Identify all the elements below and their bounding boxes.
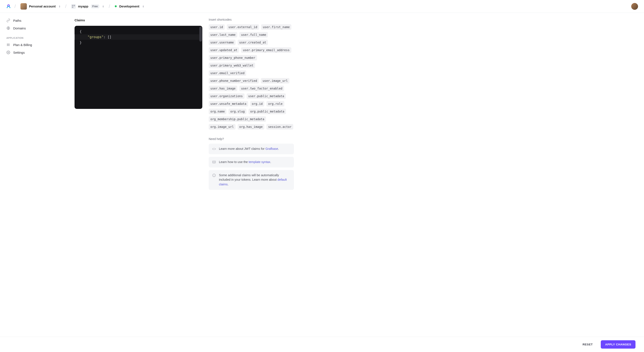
app-icon — [71, 4, 76, 9]
sidebar-item-settings[interactable]: Settings — [4, 49, 62, 56]
status-dot-icon — [115, 5, 117, 7]
top-bar: / Personal account ▲▼ / myapp Free ▲▼ / … — [0, 0, 644, 13]
shortcode-chip[interactable]: org.slug — [228, 109, 246, 114]
chevron-updown-icon: ▲▼ — [102, 5, 104, 8]
help-text: Learn more about JWT claims for Grafbase… — [219, 147, 279, 151]
shortcode-chip[interactable]: org.id — [250, 101, 264, 107]
shortcode-chip[interactable]: user.phone_number_verified — [209, 78, 259, 84]
claims-editor[interactable]: { "groups": [] } — [74, 26, 202, 109]
info-icon — [212, 173, 216, 177]
breadcrumb-separator: / — [108, 4, 110, 9]
shortcodes-title: Insert shortcodes — [209, 18, 294, 21]
help-text: Learn how to use the template syntax. — [219, 160, 271, 165]
shortcode-chip[interactable]: user.updated_at — [209, 47, 239, 53]
logo-icon[interactable] — [6, 4, 11, 9]
billing-icon — [6, 43, 10, 47]
code-line: } — [74, 40, 202, 45]
shortcode-chip[interactable]: org.image_url — [209, 124, 236, 130]
main-content: Claims { "groups": [] } Insert shortcode… — [66, 13, 644, 218]
sidebar-item-label: Settings — [13, 51, 25, 54]
shortcode-chip[interactable]: user.public_metadata — [246, 93, 286, 99]
shortcode-list: user.iduser.external_iduser.first_nameus… — [209, 24, 294, 130]
app-switcher[interactable]: myapp Free ▲▼ — [70, 3, 106, 10]
shortcode-chip[interactable]: user.organizations — [209, 93, 244, 99]
sidebar: Paths Domains APPLICATION Plan & Billing… — [0, 13, 66, 218]
shortcode-chip[interactable]: user.created_at — [238, 40, 268, 45]
shortcode-chip[interactable]: user.email_verified — [209, 70, 246, 76]
sidebar-section-application: APPLICATION — [4, 32, 62, 41]
shortcode-chip[interactable]: user.full_name — [239, 32, 268, 38]
account-name: Personal account — [29, 5, 56, 8]
help-card-default-claims: Some additional claims will be automatic… — [209, 170, 294, 190]
svg-rect-6 — [8, 44, 8, 46]
shortcode-chip[interactable]: user.primary_email_address — [241, 47, 291, 53]
sidebar-item-label: Paths — [13, 19, 21, 22]
shortcode-chip[interactable]: user.primary_web3_wallet — [209, 63, 255, 68]
chevron-updown-icon: ▲▼ — [142, 5, 144, 8]
shortcode-chip[interactable]: user.image_url — [261, 78, 290, 84]
shortcode-chip[interactable]: user.has_image — [209, 86, 237, 91]
plan-badge: Free — [91, 5, 99, 8]
shortcode-chip[interactable]: user.first_name — [261, 24, 291, 30]
gear-icon — [6, 51, 10, 54]
shortcode-chip[interactable]: user.last_name — [209, 32, 237, 38]
breadcrumb-separator: / — [14, 4, 16, 9]
claims-title: Claims — [74, 18, 202, 22]
globe-icon — [6, 26, 10, 30]
account-avatar-icon — [20, 3, 27, 10]
chevron-updown-icon: ▲▼ — [58, 5, 60, 8]
app-name: myapp — [78, 5, 88, 8]
code-line: "groups": [] — [74, 34, 202, 40]
help-link-template-syntax[interactable]: template syntax — [248, 160, 270, 164]
svg-rect-3 — [72, 7, 73, 8]
sidebar-item-label: Plan & Billing — [13, 43, 32, 47]
shortcode-chip[interactable]: org.has_image — [238, 124, 264, 130]
shortcode-chip[interactable]: org_membership.public_metadata — [209, 116, 266, 122]
shortcode-chip[interactable]: org.name — [209, 109, 226, 114]
shortcode-chip[interactable]: org.public_metadata — [248, 109, 286, 114]
book-icon — [212, 160, 216, 164]
code-line: { — [74, 29, 202, 34]
environment-name: Development — [119, 5, 139, 8]
shortcode-chip[interactable]: user.two_factor_enabled — [239, 86, 284, 91]
svg-rect-1 — [72, 5, 73, 6]
shortcode-chip[interactable]: user.username — [209, 40, 236, 45]
help-title: Need help? — [209, 137, 294, 141]
shortcode-chip[interactable]: user.primary_phone_number — [209, 55, 257, 61]
sidebar-item-paths[interactable]: Paths — [4, 17, 62, 24]
svg-rect-5 — [7, 44, 8, 46]
svg-rect-2 — [74, 5, 75, 6]
shortcode-chip[interactable]: user.unsafe_metadata — [209, 101, 248, 107]
sidebar-item-label: Domains — [13, 27, 26, 30]
user-avatar[interactable] — [631, 3, 638, 10]
account-switcher[interactable]: Personal account ▲▼ — [19, 2, 62, 11]
code-brackets-icon — [212, 147, 216, 151]
shortcode-chip[interactable]: session.actor — [266, 124, 293, 130]
link-icon — [6, 19, 10, 22]
environment-switcher[interactable]: Development ▲▼ — [114, 4, 146, 9]
svg-point-8 — [8, 52, 9, 53]
shortcode-chip[interactable]: user.external_id — [227, 24, 259, 30]
help-text: Some additional claims will be automatic… — [219, 173, 290, 187]
sidebar-item-domains[interactable]: Domains — [4, 24, 62, 32]
help-link-grafbase[interactable]: Grafbase — [265, 147, 278, 150]
breadcrumb-separator: / — [65, 4, 67, 9]
svg-rect-7 — [9, 44, 9, 46]
help-card-grafbase[interactable]: Learn more about JWT claims for Grafbase… — [209, 144, 294, 154]
help-card-template-syntax[interactable]: Learn how to use the template syntax. — [209, 157, 294, 167]
sidebar-item-plan-billing[interactable]: Plan & Billing — [4, 41, 62, 49]
shortcode-chip[interactable]: org.role — [266, 101, 284, 107]
shortcode-chip[interactable]: user.id — [209, 24, 225, 30]
